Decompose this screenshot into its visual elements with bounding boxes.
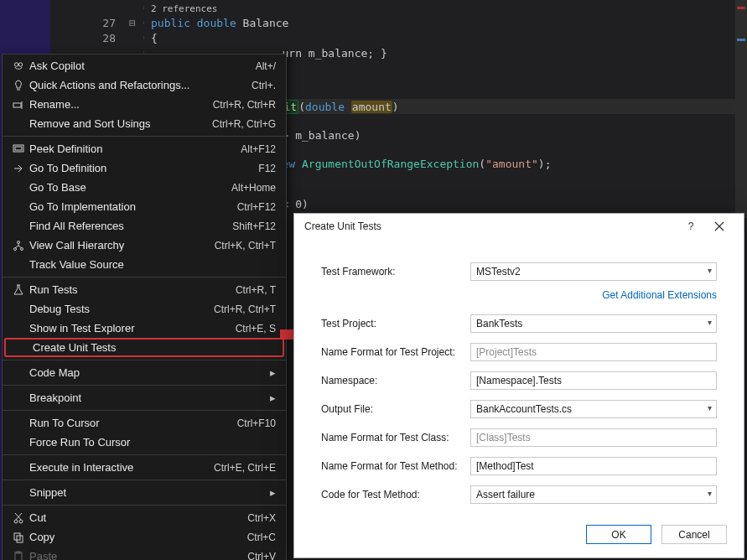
- namespace-label: Namespace:: [321, 375, 470, 386]
- menu-item-label: Debug Tests: [29, 303, 214, 315]
- menu-item-execute-in-interactive[interactable]: Execute in InteractiveCtrl+E, Ctrl+E: [3, 458, 286, 477]
- codelens-references[interactable]: 2 references: [151, 3, 217, 14]
- code-line[interactable]: public double Balance: [151, 17, 288, 29]
- svg-point-11: [19, 520, 23, 523]
- test-framework-select[interactable]: MSTestv2: [470, 262, 717, 281]
- line-number: 28: [84, 32, 124, 44]
- menu-item-label: Track Value Source: [29, 258, 276, 271]
- menu-item-label: Go To Implementation: [29, 200, 237, 213]
- menu-item-label: Quick Actions and Refactorings...: [29, 79, 252, 91]
- menu-item-find-all-references[interactable]: Find All ReferencesShift+F12: [3, 216, 286, 236]
- code-for-test-select[interactable]: Assert failure: [470, 485, 717, 504]
- menu-item-peek-definition[interactable]: Peek DefinitionAlt+F12: [3, 139, 286, 158]
- hierarchy-icon: [8, 240, 29, 251]
- project-name-format-label: Name Format for Test Project:: [321, 346, 470, 358]
- menu-item-go-to-definition[interactable]: Go To DefinitionF12: [3, 158, 286, 178]
- menu-item-shortcut: Ctrl+F10: [237, 417, 276, 429]
- menu-item-label: Code Map: [29, 366, 270, 379]
- cancel-button[interactable]: Cancel: [661, 525, 727, 544]
- flask-icon: [8, 284, 29, 296]
- test-project-label: Test Project:: [321, 318, 470, 329]
- menu-item-shortcut: Ctrl+R, Ctrl+G: [212, 118, 276, 130]
- menu-item-rename[interactable]: Rename...Ctrl+R, Ctrl+R: [3, 95, 286, 114]
- menu-separator: [3, 454, 286, 455]
- menu-item-shortcut: Ctrl+E, S: [236, 323, 276, 334]
- menu-item-ask-copilot[interactable]: Ask CopilotAlt+/: [3, 56, 286, 75]
- menu-item-show-in-test-explorer[interactable]: Show in Test ExplorerCtrl+E, S: [3, 319, 286, 338]
- editor-context-menu[interactable]: Ask CopilotAlt+/Quick Actions and Refact…: [2, 54, 287, 560]
- scrollbar-mark: [737, 39, 745, 41]
- goto-icon: [8, 163, 29, 174]
- help-button[interactable]: ?: [677, 214, 705, 239]
- test-project-select[interactable]: BankTests: [470, 314, 717, 333]
- menu-item-go-to-base[interactable]: Go To BaseAlt+Home: [3, 178, 286, 197]
- ok-button[interactable]: OK: [586, 525, 651, 544]
- dialog-title: Create Unit Tests: [304, 220, 677, 232]
- menu-item-remove-and-sort-usings[interactable]: Remove and Sort UsingsCtrl+R, Ctrl+G: [3, 114, 286, 133]
- svg-point-1: [18, 62, 22, 65]
- menu-item-label: Run To Cursor: [29, 417, 237, 429]
- menu-item-label: Paste: [29, 550, 247, 560]
- menu-item-quick-actions-and-refactorings[interactable]: Quick Actions and Refactorings...Ctrl+.: [3, 75, 286, 95]
- menu-item-force-run-to-cursor[interactable]: Force Run To Cursor: [3, 433, 286, 452]
- svg-rect-6: [15, 147, 22, 150]
- menu-separator: [3, 385, 286, 386]
- menu-item-shortcut: Ctrl+K, Ctrl+T: [215, 240, 276, 251]
- create-unit-tests-dialog: Create Unit Tests ? Test Framework: MSTe…: [293, 213, 744, 558]
- code-line[interactable]: {: [151, 32, 158, 44]
- editor-scrollbar[interactable]: [735, 0, 747, 218]
- menu-item-label: Run Tests: [29, 283, 236, 296]
- peek-icon: [8, 143, 29, 155]
- chevron-right-icon: ▸: [270, 486, 276, 499]
- menu-item-code-map[interactable]: Code Map▸: [3, 363, 286, 382]
- close-button[interactable]: [705, 214, 734, 239]
- menu-item-shortcut: Ctrl+C: [247, 531, 276, 543]
- menu-item-go-to-implementation[interactable]: Go To ImplementationCtrl+F12: [3, 197, 286, 216]
- output-file-select[interactable]: BankAccountTests.cs: [470, 400, 717, 418]
- menu-item-breakpoint[interactable]: Breakpoint▸: [3, 388, 286, 407]
- scrollbar-mark: [737, 7, 745, 9]
- menu-separator: [3, 136, 286, 137]
- paste-icon: [8, 551, 29, 561]
- menu-item-shortcut: Ctrl+E, Ctrl+E: [214, 462, 276, 474]
- class-name-format-input[interactable]: [470, 428, 717, 447]
- test-framework-label: Test Framework:: [321, 266, 470, 277]
- chevron-right-icon: ▸: [270, 366, 276, 379]
- menu-item-create-unit-tests[interactable]: Create Unit Tests: [4, 338, 284, 357]
- menu-item-label: Go To Base: [29, 181, 231, 194]
- bulb-icon: [8, 80, 29, 91]
- menu-item-shortcut: Ctrl+F12: [237, 201, 276, 213]
- menu-item-snippet[interactable]: Snippet▸: [3, 483, 286, 502]
- cut-icon: [8, 512, 29, 524]
- menu-separator: [3, 480, 286, 480]
- menu-separator: [3, 360, 286, 360]
- rename-icon: [8, 99, 29, 111]
- project-name-format-input[interactable]: [470, 343, 717, 361]
- menu-item-label: Breakpoint: [29, 391, 270, 404]
- menu-item-track-value-source[interactable]: Track Value Source: [3, 255, 286, 274]
- menu-item-view-call-hierarchy[interactable]: View Call HierarchyCtrl+K, Ctrl+T: [3, 236, 286, 255]
- namespace-input[interactable]: [470, 371, 717, 390]
- menu-item-debug-tests[interactable]: Debug TestsCtrl+R, Ctrl+T: [3, 299, 286, 319]
- fold-toggle[interactable]: ⊟: [124, 17, 141, 29]
- menu-item-label: Remove and Sort Usings: [29, 117, 212, 130]
- get-extensions-link[interactable]: Get Additional Extensions: [602, 289, 717, 301]
- menu-item-label: Create Unit Tests: [33, 341, 272, 354]
- menu-item-label: Find All References: [29, 220, 232, 232]
- menu-separator: [3, 277, 286, 277]
- menu-item-copy[interactable]: CopyCtrl+C: [3, 527, 286, 547]
- menu-item-label: Copy: [29, 531, 247, 543]
- menu-item-run-tests[interactable]: Run TestsCtrl+R, T: [3, 280, 286, 299]
- copy-icon: [8, 531, 29, 543]
- menu-item-label: Snippet: [29, 486, 270, 499]
- method-name-format-input[interactable]: [470, 457, 717, 475]
- menu-item-label: Go To Definition: [29, 162, 258, 174]
- line-number: 27: [84, 17, 124, 29]
- menu-item-cut[interactable]: CutCtrl+X: [3, 508, 286, 527]
- menu-item-label: Cut: [29, 511, 247, 524]
- svg-point-10: [14, 520, 18, 523]
- menu-item-run-to-cursor[interactable]: Run To CursorCtrl+F10: [3, 413, 286, 433]
- class-name-format-label: Name Format for Test Class:: [321, 432, 470, 443]
- code-for-test-label: Code for Test Method:: [321, 489, 470, 500]
- menu-item-shortcut: Ctrl+R, Ctrl+R: [213, 99, 276, 111]
